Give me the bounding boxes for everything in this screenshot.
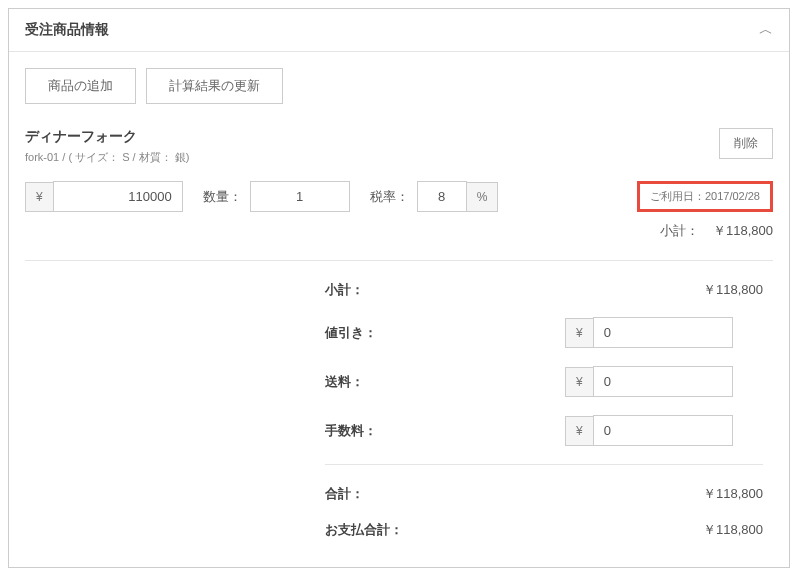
price-input-group: ¥ <box>25 181 183 212</box>
qty-group: 数量： <box>203 181 350 212</box>
tax-input[interactable] <box>417 181 467 212</box>
panel-body: 商品の追加 計算結果の更新 ディナーフォーク fork-01 / ( サイズ： … <box>9 52 789 567</box>
summary-fee-row: 手数料： ¥ <box>325 415 763 446</box>
fee-input-group: ¥ <box>565 415 733 446</box>
summary-shipping-label: 送料： <box>325 373 565 391</box>
product-block: ディナーフォーク fork-01 / ( サイズ： S / 材質： 銀) 削除 … <box>25 128 773 261</box>
tax-group: 税率： % <box>370 181 499 212</box>
qty-label: 数量： <box>203 188 242 206</box>
percent-addon: % <box>467 182 499 212</box>
summary-subtotal-value: ￥118,800 <box>565 281 763 299</box>
order-product-panel: 受注商品情報 ︿ 商品の追加 計算結果の更新 ディナーフォーク fork-01 … <box>8 8 790 568</box>
summary-total-label: 合計： <box>325 485 565 503</box>
summary-shipping-row: 送料： ¥ <box>325 366 763 397</box>
line-subtotal-value: ￥118,800 <box>713 223 773 238</box>
line-subtotal: 小計： ￥118,800 <box>25 222 773 240</box>
product-input-row: ¥ 数量： 税率： % ご利用日：2017/02/28 <box>25 181 773 212</box>
add-product-button[interactable]: 商品の追加 <box>25 68 136 104</box>
summary-fee-label: 手数料： <box>325 422 565 440</box>
summary-total-row: 合計： ￥118,800 <box>325 485 763 503</box>
top-button-row: 商品の追加 計算結果の更新 <box>25 68 773 104</box>
currency-addon: ¥ <box>25 182 53 212</box>
usage-date-highlight: ご利用日：2017/02/28 <box>637 181 773 212</box>
line-subtotal-label: 小計： <box>660 223 699 238</box>
discount-input[interactable] <box>593 317 733 348</box>
summary-total-value: ￥118,800 <box>565 485 763 503</box>
summary-section: 小計： ￥118,800 値引き： ¥ 送料： ¥ <box>25 281 773 551</box>
currency-addon: ¥ <box>565 318 593 348</box>
product-code: fork-01 / ( サイズ： S / 材質： 銀) <box>25 150 189 165</box>
summary-block-1: 小計： ￥118,800 値引き： ¥ 送料： ¥ <box>325 281 763 465</box>
qty-input[interactable] <box>250 181 350 212</box>
summary-payment-row: お支払合計： ￥118,800 <box>325 521 763 539</box>
tax-label: 税率： <box>370 188 409 206</box>
product-head: ディナーフォーク fork-01 / ( サイズ： S / 材質： 銀) 削除 <box>25 128 773 165</box>
shipping-input-group: ¥ <box>565 366 733 397</box>
summary-payment-label: お支払合計： <box>325 521 565 539</box>
currency-addon: ¥ <box>565 416 593 446</box>
price-input[interactable] <box>53 181 183 212</box>
delete-button[interactable]: 削除 <box>719 128 773 159</box>
panel-header[interactable]: 受注商品情報 ︿ <box>9 9 789 52</box>
chevron-up-icon: ︿ <box>759 21 773 39</box>
product-info: ディナーフォーク fork-01 / ( サイズ： S / 材質： 銀) <box>25 128 189 165</box>
fee-input[interactable] <box>593 415 733 446</box>
panel-title: 受注商品情報 <box>25 21 109 39</box>
summary-discount-label: 値引き： <box>325 324 565 342</box>
product-name: ディナーフォーク <box>25 128 189 146</box>
summary-subtotal-row: 小計： ￥118,800 <box>325 281 763 299</box>
recalculate-button[interactable]: 計算結果の更新 <box>146 68 283 104</box>
summary-payment-value: ￥118,800 <box>565 521 763 539</box>
summary-discount-row: 値引き： ¥ <box>325 317 763 348</box>
shipping-input[interactable] <box>593 366 733 397</box>
discount-input-group: ¥ <box>565 317 733 348</box>
summary-subtotal-label: 小計： <box>325 281 565 299</box>
currency-addon: ¥ <box>565 367 593 397</box>
